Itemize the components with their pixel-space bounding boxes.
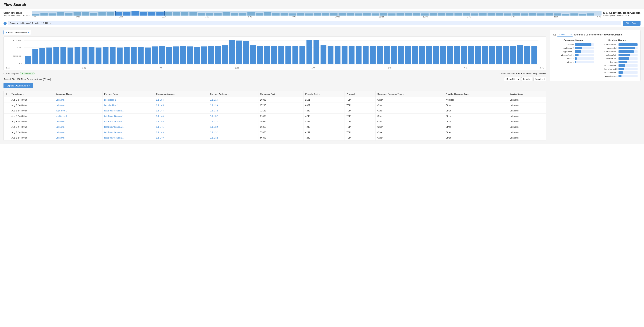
- svg-rect-51: [446, 13, 453, 16]
- observations-table: ▼ Timestamp ↑ Consumer Name ↕ Provider N…: [4, 91, 546, 140]
- provider-names-title: Provider Names: [596, 39, 638, 42]
- consumer-name-cell[interactable]: Unknown: [54, 135, 102, 140]
- consumer-name-cell[interactable]: Unknown: [54, 97, 102, 103]
- showing-obs-label[interactable]: Showing Flow Observations ▾: [603, 14, 640, 17]
- timestamp-cell: Aug 3 2:44:00am: [10, 130, 54, 135]
- svg-rect-121: [320, 46, 326, 64]
- consumer-name-cell[interactable]: Unknown: [54, 103, 102, 108]
- consumer-name-cell[interactable]: Unknown: [54, 119, 102, 124]
- consumer-name-cell[interactable]: Unknown: [54, 124, 102, 130]
- service-name-cell: Unknown: [508, 108, 546, 114]
- show-select[interactable]: Show 20 Show 50 Show 100: [504, 77, 520, 81]
- time-range-chart-area[interactable]: 3 AM 4 AM 5 AM 6 AM 7 AM 8 AM 9 AM 10 AM…: [32, 11, 602, 17]
- filter-cell: [4, 103, 10, 108]
- svg-rect-79: [25, 56, 31, 64]
- consumer-address-cell[interactable]: 1.1.1.44: [154, 108, 208, 114]
- scope-badge[interactable]: Tetration ▾: [20, 72, 34, 75]
- col-timestamp[interactable]: Timestamp ↑: [10, 91, 54, 97]
- svg-rect-14: [140, 12, 147, 16]
- provider-bar-fill: [618, 68, 624, 70]
- consumer-port-cell: 55850: [258, 130, 304, 135]
- provider-bar-fill: [618, 57, 629, 60]
- col-consumer-port[interactable]: Consumer Port ↕: [258, 91, 304, 97]
- filter-flows-button[interactable]: Filter Flows: [623, 20, 640, 26]
- provider-name-cell[interactable]: launcherHost-1: [102, 103, 154, 108]
- consumer-address-cell[interactable]: 1.1.1.44: [154, 114, 208, 119]
- protocol-cell: TCP: [345, 97, 376, 103]
- consumer-name-cell[interactable]: Unknown: [54, 130, 102, 135]
- svg-rect-23: [214, 13, 222, 16]
- provider-address-cell[interactable]: 1.1.1.32: [208, 130, 258, 135]
- col-provider-resource-type[interactable]: Provider Resource Type ↕: [444, 91, 508, 97]
- tick-7am: 7 AM: [205, 16, 209, 18]
- svg-rect-115: [278, 46, 284, 64]
- consumer-resource-type-cell: Other: [376, 130, 444, 135]
- time-range-arrow[interactable]: ▾: [30, 14, 30, 16]
- consumer-address-cell[interactable]: 1.1.1.49: [154, 135, 208, 140]
- provider-name-cell[interactable]: tsdbBosunGrafana-1: [102, 124, 154, 130]
- provider-name-cell[interactable]: tsdbBosunGrafana-1: [102, 108, 154, 114]
- consumer-bar-label: adhoc-2: [553, 58, 574, 60]
- xlabel-255: 2:55: [158, 67, 162, 69]
- svg-rect-44: [388, 14, 395, 16]
- provider-name-cell[interactable]: tsdbBosunGrafana-1: [102, 114, 154, 119]
- consumer-name-cell[interactable]: appServer-2: [54, 114, 102, 119]
- svg-rect-146: [496, 46, 502, 64]
- svg-rect-68: [587, 14, 594, 16]
- protocol-cell: TCP: [345, 119, 376, 124]
- top-names-header: Top Names Addresses Ports contributing t…: [553, 33, 638, 36]
- provider-address-cell[interactable]: 1.1.1.32: [208, 124, 258, 130]
- protocol-cell: TCP: [345, 103, 376, 108]
- filter-row: i Consumer Address = 1.1.1.43 - 1.1.1.17…: [0, 19, 644, 27]
- explore-label: Explore Observations: [7, 84, 28, 87]
- flow-observations-dropdown[interactable]: Flow Observations ▾: [4, 30, 31, 35]
- scope-label: Current scope is: [4, 72, 19, 75]
- provider-bar-track: [618, 68, 638, 70]
- consumer-address-cell[interactable]: 1.1.1.45: [154, 124, 208, 130]
- provider-address-cell[interactable]: 1.1.1.14: [208, 97, 258, 103]
- col-consumer-name[interactable]: Consumer Name ↕: [54, 91, 102, 97]
- in-order-button[interactable]: In order: [521, 77, 532, 81]
- provider-port-cell: 4242: [304, 130, 345, 135]
- provider-name-cell[interactable]: tsdbBosunGrafana-1: [102, 130, 154, 135]
- provider-bar-label: launcherHost-3: [596, 68, 618, 70]
- provider-address-cell[interactable]: 1.1.1.32: [208, 135, 258, 140]
- col-protocol[interactable]: Protocol ↕: [345, 91, 376, 97]
- svg-rect-46: [405, 13, 412, 16]
- provider-address-cell[interactable]: 1.1.1.32: [208, 108, 258, 114]
- col-provider-port[interactable]: Provider Port ↕: [304, 91, 345, 97]
- provider-bar-label: launcherHost-1: [596, 64, 618, 66]
- provider-bar-row: Unknown: [596, 61, 638, 63]
- col-service-name[interactable]: Service Name: [508, 91, 546, 97]
- provider-bar-label: collectorDat...: [596, 54, 618, 56]
- consumer-bar-track: [575, 61, 594, 63]
- table-body: Aug 3 2:44:00amUnknownzookeeper-21.1.1.5…: [4, 97, 546, 140]
- service-name-cell: Unknown: [508, 135, 546, 140]
- provider-address-cell[interactable]: 1.1.1.23: [208, 103, 258, 108]
- explore-observations-button[interactable]: Explore Observations ›: [4, 83, 33, 88]
- top-names-select[interactable]: Names Addresses Ports: [557, 33, 573, 36]
- svg-rect-33: [297, 13, 304, 16]
- provider-address-cell[interactable]: 1.1.1.32: [208, 119, 258, 124]
- consumer-address-cell[interactable]: 1.1.1.54: [154, 97, 208, 103]
- col-consumer-resource-type[interactable]: Consumer Resource Type ↕: [376, 91, 444, 97]
- svg-rect-55: [479, 13, 486, 16]
- provider-address-cell[interactable]: 1.1.1.32: [208, 114, 258, 119]
- consumer-address-cell[interactable]: 1.1.1.49: [154, 130, 208, 135]
- svg-rect-127: [363, 46, 368, 64]
- tick-12pm: 12 PM: [423, 16, 428, 18]
- provider-name-cell[interactable]: tsdbBosunGrafana-1: [102, 135, 154, 140]
- consumer-address-cell[interactable]: 1.1.1.45: [154, 103, 208, 108]
- svg-rect-15: [148, 12, 155, 16]
- filter-close-icon[interactable]: ✕: [50, 22, 52, 24]
- provider-bar-fill: [618, 61, 627, 63]
- col-consumer-address[interactable]: Consumer Address ↕: [154, 91, 208, 97]
- consumer-address-cell[interactable]: 1.1.1.45: [154, 119, 208, 124]
- consumer-name-cell[interactable]: appServer-2: [54, 108, 102, 114]
- col-provider-address[interactable]: Provider Address ↕: [208, 91, 258, 97]
- col-provider-name[interactable]: Provider Name ↕: [102, 91, 154, 97]
- table-filter-icon[interactable]: ▼: [6, 92, 8, 96]
- provider-name-cell[interactable]: zookeeper-2: [102, 97, 154, 103]
- provider-name-cell[interactable]: tsdbBosunGrafana-1: [102, 119, 154, 124]
- svg-text:0: 0: [19, 63, 22, 65]
